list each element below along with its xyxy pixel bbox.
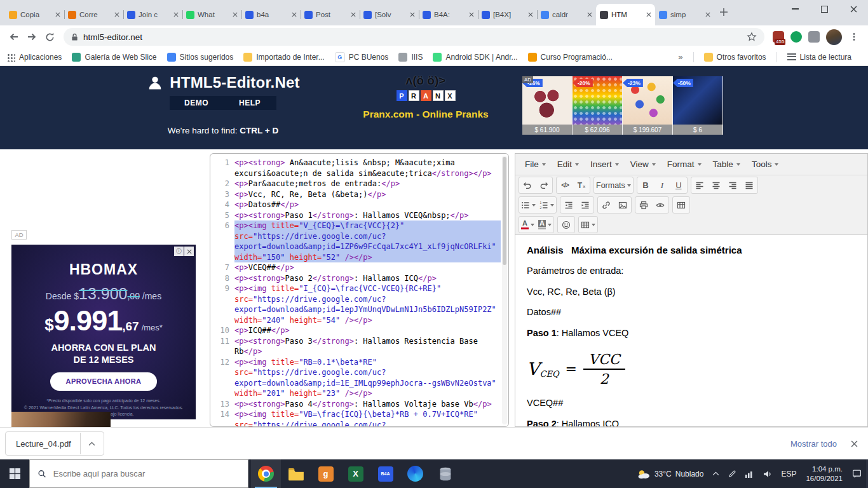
insert-image-button[interactable] [614,197,631,213]
bullet-list-button[interactable] [519,197,538,213]
address-bar[interactable]: html5-editor.net [64,28,764,46]
redo-button[interactable] [536,177,552,193]
tab-close-button[interactable] [114,12,119,17]
taskbar-app-explorer[interactable] [281,459,311,488]
browser-tab[interactable]: Join c [123,4,182,25]
align-center-button[interactable] [708,177,724,193]
editor-menu-format[interactable]: Format [661,157,707,172]
ad-info-icon[interactable]: ⓘ [174,247,184,256]
browser-tab[interactable]: B4A: [419,4,478,25]
code-scrollbar[interactable] [502,156,507,424]
bookmark-item[interactable]: Sitios sugeridos [167,53,234,62]
print-button[interactable] [635,197,652,213]
bookmark-item[interactable]: Lista de lectura [787,53,851,62]
underline-button[interactable]: U [670,177,687,193]
bookmark-item[interactable]: Importado de Inter... [243,53,324,62]
browser-tab[interactable]: HTM [596,4,655,25]
bookmarks-overflow-chevron[interactable]: » [678,52,682,62]
code-line[interactable]: 10<p>ICQ##</p> [213,325,501,336]
code-line[interactable]: 2<p>Par&aacute;metros de entrada:</p> [213,179,501,189]
extension-adblock-icon[interactable]: 455 [773,31,784,43]
scrollbar-thumb[interactable] [503,157,506,265]
network-tray-icon[interactable] [741,459,759,488]
preview-button[interactable] [652,197,668,213]
taskbar-search[interactable] [29,459,248,488]
code-line[interactable]: 7<p>VCEQ##</p> [213,262,501,273]
tab-close-button[interactable] [469,12,474,17]
tray-expand-button[interactable] [708,459,724,488]
bookmark-item[interactable]: Curso Programació... [528,53,613,62]
bookmark-item[interactable]: Android SDK | Andr... [433,53,517,62]
outdent-button[interactable] [560,197,577,213]
download-item-menu-button[interactable] [81,432,104,455]
browser-tab[interactable]: caldr [537,4,596,25]
editor-menu-tools[interactable]: Tools [746,157,785,172]
background-color-button[interactable]: A [536,217,553,233]
text-color-button[interactable]: A [519,217,536,233]
download-bar-close-button[interactable] [851,440,858,447]
tab-close-button[interactable] [292,12,297,17]
editor-menu-table[interactable]: Table [707,157,746,172]
numbered-list-button[interactable]: 12 [538,197,556,213]
bookmark-item[interactable]: IIIS [398,53,423,62]
code-line[interactable]: 14<p><img title="VB=\frac{ICQ}{\beta}*RB… [213,409,501,427]
taskbar-app-db[interactable] [430,459,460,488]
taskbar-app-b4a[interactable]: B4A [370,459,400,488]
back-button[interactable] [5,28,23,46]
undo-button[interactable] [519,177,536,193]
code-line[interactable]: 3<p>Vcc, RC, Re, Beta (&beta;)</p> [213,189,501,200]
product-ad-card[interactable]: -23%$ 199.607 [623,76,673,135]
demo-button[interactable]: DEMO [170,96,223,110]
code-line[interactable]: 12<p><img title="RB=0.1*\beta*RE" src="h… [213,357,501,399]
help-button[interactable]: HELP [223,96,276,110]
pen-tray-icon[interactable] [724,459,741,488]
code-line[interactable]: 8<p><strong>Paso 2</strong>: Hallamos IC… [213,273,501,284]
browser-tab[interactable]: [B4X] [478,4,537,25]
taskbar-app-edge[interactable] [400,459,430,488]
tab-close-button[interactable] [705,12,710,17]
tab-close-button[interactable] [173,12,179,17]
code-line[interactable]: 1<p><strong> An&aacute;lisis &nbsp; M&aa… [213,158,501,179]
italic-button[interactable]: I [654,177,670,193]
editor-menu-edit[interactable]: Edit [552,157,585,172]
window-close-button[interactable] [839,0,868,18]
action-center-button[interactable] [848,459,866,488]
bookmark-item[interactable]: GPC BUenos [335,52,389,62]
clear-formatting-button[interactable]: Tx [573,177,590,193]
editor-menu-view[interactable]: View [625,157,661,172]
source-code-button[interactable]: </> [557,177,573,193]
product-ad-card[interactable]: -26%$ 61.900AD [522,76,573,135]
language-indicator[interactable]: ESP [776,459,801,488]
start-button[interactable] [0,459,29,488]
align-right-button[interactable] [724,177,741,193]
bookmark-star-icon[interactable] [747,32,757,42]
download-item[interactable]: Lecture_04.pdf [5,431,104,456]
extension-generic-icon[interactable] [808,31,820,43]
align-justify-button[interactable] [741,177,757,193]
browser-tab[interactable]: [Solv [360,4,419,25]
indent-button[interactable] [577,197,593,213]
html-source-editor[interactable]: 1<p><strong> An&aacute;lisis &nbsp; M&aa… [210,153,509,427]
browser-tab[interactable]: Copia [5,4,64,25]
tab-close-button[interactable] [528,12,533,17]
code-line[interactable]: 9<p><img title="I_{CQ}=\frac{VCC-VCEQ}{R… [213,283,501,325]
tab-close-button[interactable] [410,12,415,17]
code-line[interactable]: 5<p><strong>Paso 1</strong>: Hallamos VC… [213,210,501,221]
code-line[interactable]: 13<p><strong>Paso 4</strong>: Hallamos V… [213,399,501,410]
pranx-ad[interactable]: ʌ(ö ö)> PRANX Pranx.com - Online Pranks [348,74,503,120]
table-grid-button[interactable] [579,217,597,233]
window-minimize-button[interactable] [780,0,810,18]
tab-close-button[interactable] [646,12,651,17]
volume-tray-icon[interactable] [759,459,776,488]
hbo-max-ad[interactable]: ⓘ HBOMAX Desde $13.900,00 /mes $ 9.991 ,… [11,245,196,419]
browser-tab[interactable]: Corre [64,4,123,25]
clock-widget[interactable]: 1:04 p.m. 16/09/2021 [801,464,848,484]
code-line[interactable]: 11<p><strong>Paso 3</strong>: Hallamos R… [213,336,501,357]
tab-close-button[interactable] [587,12,592,17]
taskbar-search-input[interactable] [52,468,240,479]
new-tab-button[interactable] [719,8,728,17]
profile-avatar[interactable] [826,29,842,45]
browser-menu-button[interactable] [845,28,863,46]
tab-close-button[interactable] [55,12,60,17]
emoticons-button[interactable] [558,217,574,233]
